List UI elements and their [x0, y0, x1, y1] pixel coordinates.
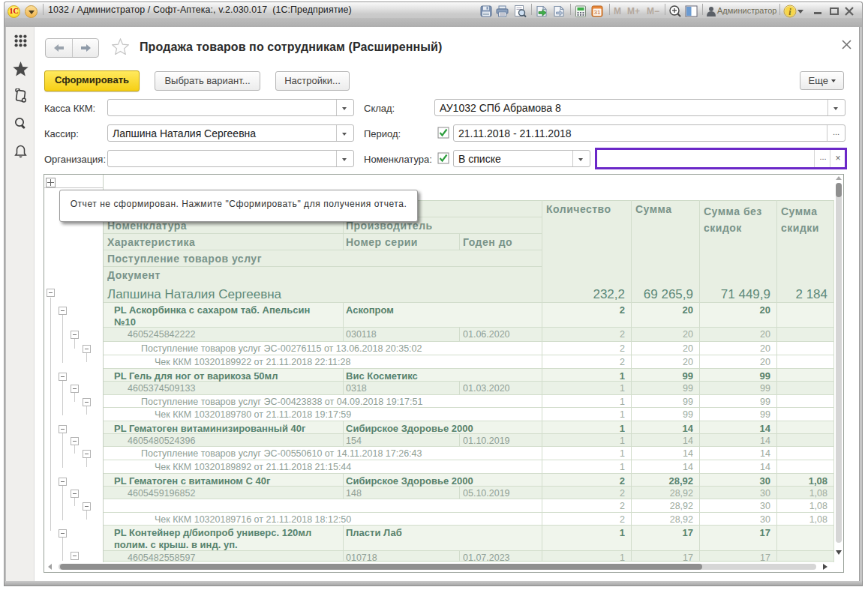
svg-text:31: 31: [594, 9, 601, 16]
